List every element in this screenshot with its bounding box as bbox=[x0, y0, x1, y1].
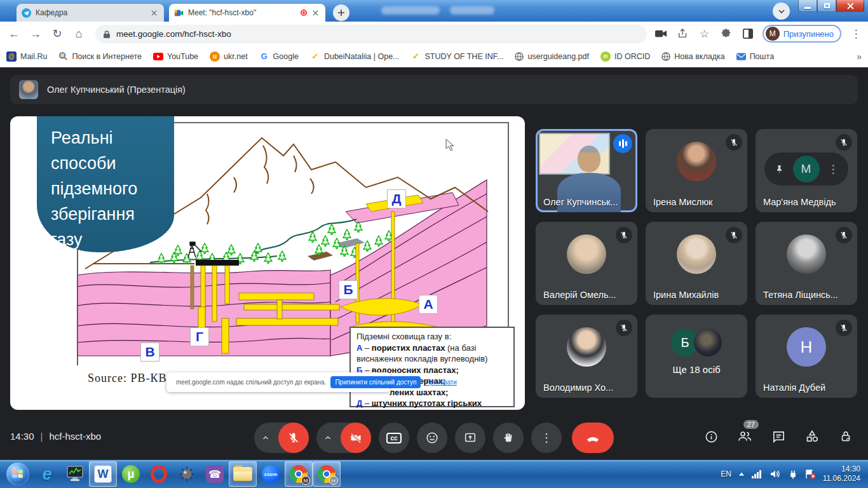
pin-icon[interactable] bbox=[774, 164, 785, 175]
tab-meet-active[interactable]: Meet: "hcf-hsct-xbo" bbox=[169, 4, 325, 22]
language-indicator[interactable]: EN bbox=[721, 470, 731, 478]
participant-tile[interactable]: Ірена Мислюк bbox=[646, 129, 747, 212]
background-window-blur bbox=[381, 6, 440, 15]
forward-icon[interactable]: → bbox=[25, 22, 46, 46]
bookmark-label: Google bbox=[273, 52, 299, 61]
taskbar-viber[interactable]: ☎ bbox=[201, 461, 229, 487]
bookmark-google[interactable]: G Google bbox=[259, 51, 299, 62]
restore-button[interactable] bbox=[817, 0, 836, 12]
participant-tile[interactable]: Н Наталія Дубей bbox=[756, 315, 857, 398]
zoom-icon: zoom bbox=[262, 465, 280, 483]
reload-icon[interactable]: ↻ bbox=[47, 22, 67, 46]
bookmark-userguide[interactable]: userguideang.pdf bbox=[515, 52, 589, 61]
close-icon[interactable] bbox=[149, 8, 159, 18]
network-signal-icon[interactable] bbox=[752, 470, 763, 478]
participant-tile[interactable]: Ірина Михайлів bbox=[646, 222, 747, 305]
bookmark-orcid[interactable]: iD ID ORCID bbox=[600, 51, 650, 62]
power-plug-icon[interactable] bbox=[788, 470, 798, 479]
leave-call-button[interactable] bbox=[572, 423, 614, 453]
chat-panel-button[interactable] bbox=[770, 428, 787, 445]
stop-sharing-button[interactable]: Припинити спільний доступ bbox=[330, 376, 421, 388]
hidden-icons-chevron[interactable] bbox=[738, 471, 745, 477]
tab-telegram[interactable]: Кафедра bbox=[17, 4, 164, 22]
camera-control[interactable] bbox=[316, 423, 371, 453]
participant-name: Олег Купчинськ... bbox=[543, 197, 618, 207]
hide-notice-link[interactable]: Приховати bbox=[425, 379, 457, 386]
browser-menu-kebab-icon[interactable]: ⋮ bbox=[849, 27, 863, 41]
bookmark-ukrnet[interactable]: u ukr.net bbox=[210, 51, 248, 62]
camera-options-chevron-icon[interactable] bbox=[316, 433, 339, 442]
mic-control[interactable] bbox=[254, 423, 309, 453]
viber-icon: ☎ bbox=[206, 465, 224, 483]
close-icon[interactable] bbox=[310, 8, 320, 18]
mailru-icon: @ bbox=[6, 51, 17, 62]
action-center-flag-icon[interactable] bbox=[805, 470, 816, 479]
participant-tile-hovered[interactable]: М ⋮ Мар'яна Медвідь bbox=[756, 129, 857, 212]
profile-chip[interactable]: M Призупинено bbox=[763, 25, 841, 43]
raise-hand-button[interactable] bbox=[493, 423, 524, 453]
close-window-button[interactable] bbox=[836, 0, 864, 12]
taskbar-file-explorer[interactable] bbox=[229, 461, 257, 487]
ie-icon: e bbox=[42, 464, 51, 484]
bookmark-label: DubeiNataliia | Ope... bbox=[324, 52, 400, 61]
share-icon[interactable] bbox=[676, 27, 690, 41]
participant-tile[interactable]: Тетяна Ліщинсь... bbox=[756, 222, 857, 305]
bookmark-dubei[interactable]: ✓ DubeiNataliia | Ope... bbox=[310, 51, 400, 62]
media-recording-icon bbox=[301, 10, 307, 16]
diagram-label-a: А bbox=[419, 295, 438, 314]
mic-muted-button[interactable] bbox=[278, 423, 309, 453]
tab-search-chevron[interactable] bbox=[773, 3, 790, 20]
taskbar-clock[interactable]: 14:30 11.06.2024 bbox=[823, 464, 860, 484]
clock-date: 11.06.2024 bbox=[823, 474, 860, 484]
new-tab-button[interactable] bbox=[333, 4, 349, 21]
participant-tile[interactable]: Володимир Хо... bbox=[536, 315, 637, 398]
presenter-name: Олег Купчинський (Презентація) bbox=[47, 85, 186, 95]
mic-options-chevron-icon[interactable] bbox=[254, 433, 277, 442]
desktop-screen: Кафедра Meet: "hcf-hsct-xbo" bbox=[0, 0, 868, 488]
taskbar-utorrent[interactable]: µ bbox=[117, 461, 145, 487]
back-icon[interactable]: ← bbox=[4, 22, 24, 46]
bookmark-search[interactable]: Поиск в Интернете bbox=[58, 51, 142, 61]
camera-in-use-icon[interactable] bbox=[654, 27, 668, 41]
people-panel-button[interactable]: 27 bbox=[736, 428, 753, 445]
volume-icon[interactable] bbox=[770, 470, 781, 478]
activities-shapes-icon bbox=[804, 429, 820, 444]
tile-menu-kebab-icon[interactable]: ⋮ bbox=[828, 163, 839, 176]
bookmark-poshta[interactable]: Пошта bbox=[736, 52, 775, 61]
taskbar-zoom[interactable]: zoom bbox=[257, 461, 285, 487]
bookmark-newtab[interactable]: Нова вкладка bbox=[661, 52, 724, 61]
taskbar-internet-explorer[interactable]: e bbox=[33, 461, 61, 487]
participant-name: Валерій Омель... bbox=[543, 290, 616, 300]
taskbar-opera[interactable] bbox=[145, 461, 173, 487]
camera-off-button[interactable] bbox=[341, 423, 371, 453]
home-icon[interactable]: ⌂ bbox=[69, 22, 89, 46]
bookmarks-overflow-icon[interactable]: » bbox=[857, 51, 862, 62]
taskbar-minesweeper[interactable] bbox=[173, 461, 201, 487]
captions-button[interactable]: cc bbox=[379, 423, 409, 453]
host-controls-button[interactable] bbox=[837, 428, 854, 445]
bookmark-mailru[interactable]: @ Mail.Ru bbox=[6, 51, 47, 62]
present-screen-button[interactable] bbox=[455, 423, 485, 453]
slide-title-line: газу bbox=[51, 227, 174, 252]
taskbar-chrome-profile-m[interactable]: M bbox=[285, 461, 313, 487]
shared-screen-presentation[interactable]: Реальні способи підземного зберігання га… bbox=[10, 116, 525, 410]
reactions-button[interactable] bbox=[417, 423, 447, 453]
activities-button[interactable] bbox=[804, 428, 820, 445]
taskbar-word[interactable]: W bbox=[89, 461, 117, 487]
bookmark-star-icon[interactable]: ☆ bbox=[698, 27, 712, 41]
participant-tile-video[interactable]: Олег Купчинськ... bbox=[536, 129, 637, 212]
bookmark-youtube[interactable]: YouTube bbox=[153, 52, 198, 61]
taskbar-chrome-profile-h[interactable]: H bbox=[313, 461, 341, 487]
extensions-puzzle-icon[interactable] bbox=[719, 27, 733, 41]
minimize-button[interactable] bbox=[798, 0, 817, 12]
meet-main: Олег Купчинський (Презентація) bbox=[0, 67, 868, 459]
address-bar[interactable]: meet.google.com/hcf-hsct-xbo bbox=[95, 25, 647, 43]
bookmark-study[interactable]: ✓ STUDY OF THE INF... bbox=[411, 51, 504, 62]
meeting-details-button[interactable] bbox=[703, 428, 719, 445]
taskbar-resource-monitor[interactable] bbox=[61, 461, 89, 487]
more-options-button[interactable]: ⋮ bbox=[531, 423, 562, 453]
overflow-participants-tile[interactable]: Б Ще 18 осіб bbox=[646, 315, 747, 398]
side-panel-icon[interactable] bbox=[741, 27, 755, 41]
participant-tile[interactable]: Валерій Омель... bbox=[536, 222, 637, 305]
start-button[interactable] bbox=[6, 463, 29, 485]
